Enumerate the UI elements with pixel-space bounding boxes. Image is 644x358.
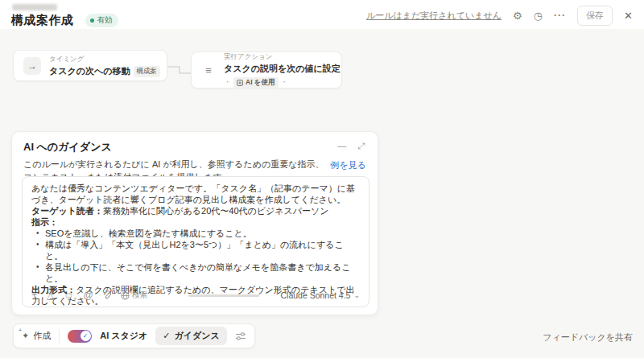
run-status-link[interactable]: ルールはまだ実行されていません xyxy=(366,10,502,22)
web-search-button[interactable]: 検索 xyxy=(121,291,148,300)
trigger-node[interactable]: → タイミング タスクの次への移動構成案 xyxy=(13,50,167,81)
emoji-icon[interactable]: ☺ xyxy=(64,290,73,300)
chevron-down-icon: ⌄ xyxy=(353,291,360,299)
guidance-title: AI へのガイダンス xyxy=(23,140,112,154)
attachment-icon[interactable] xyxy=(103,290,111,300)
square-plus-icon xyxy=(237,80,243,86)
usage-bar xyxy=(188,294,259,297)
prompt-bullet-list: SEOを意識し、検索意図を満たす構成にすること。 構成は「導入」「本文（見出しH… xyxy=(31,228,360,285)
value-dot: ・ xyxy=(224,77,231,88)
status-badge: 有効 xyxy=(85,14,118,27)
web-search-label: 検索 xyxy=(132,291,148,299)
guidance-tab-label: ガイダンス xyxy=(175,330,220,342)
toggle-knob: ✓ xyxy=(80,331,91,341)
check-icon: ✓ xyxy=(163,331,170,341)
prompt-bullet: 構成は「導入」「本文（見出しH2を3〜5つ）」「まとめ」の流れにすること。 xyxy=(36,240,360,262)
header-left: 構成案作成 有効 xyxy=(11,2,118,28)
status-dot-icon xyxy=(90,19,94,23)
prompt-improve-icon[interactable]: △ xyxy=(47,290,54,300)
trigger-node-label: タイミング xyxy=(49,55,160,64)
bottom-toolbar: +✦ 作成 ✓ AI スタジオ ✓ ガイダンス xyxy=(13,323,255,348)
clock-icon[interactable]: ◷ xyxy=(534,10,543,21)
mention-icon[interactable]: @ xyxy=(84,290,93,300)
action-node-title: タスクの説明を次の値に設定 xyxy=(224,63,341,75)
value-dot: ・ xyxy=(281,77,288,88)
create-button[interactable]: +✦ 作成 xyxy=(22,330,51,342)
expand-icon[interactable]: ⤢ xyxy=(357,142,365,150)
trigger-node-title: タスクの次への移動構成案 xyxy=(49,65,160,77)
guidance-tab[interactable]: ✓ ガイダンス xyxy=(155,327,227,345)
action-lines-icon: ≡ xyxy=(201,64,216,76)
prompt-intro: あなたは優秀なコンテンツエディターです。「タスク名」（記事のテーマ）に基づき、タ… xyxy=(31,183,360,206)
ai-use-badge: AI を使用 xyxy=(233,77,279,88)
prompt-editor[interactable]: あなたは優秀なコンテンツエディターです。「タスク名」（記事のテーマ）に基づき、タ… xyxy=(22,176,369,307)
sparkle-icon: +✦ xyxy=(22,331,29,341)
status-badge-label: 有効 xyxy=(97,15,113,26)
trigger-arrow-icon: → xyxy=(23,57,41,75)
globe-icon xyxy=(121,291,130,300)
prompt-text[interactable]: あなたは優秀なコンテンツエディターです。「タスク名」（記事のテーマ）に基づき、タ… xyxy=(31,183,360,307)
action-node[interactable]: ≡ 実行アクション タスクの説明を次の値に設定 ・ AI を使用 ・ xyxy=(191,51,342,88)
breadcrumb xyxy=(12,4,57,10)
sliders-icon[interactable] xyxy=(235,331,246,341)
action-node-label: 実行アクション xyxy=(224,52,341,62)
model-selector-label: Claude Sonnet 4.5 xyxy=(280,290,350,300)
header-actions: ルールはまだ実行されていません ⚙ ◷ ··· 保存 ✕ xyxy=(366,6,633,26)
ai-guidance-card: AI へのガイダンス — ⤢ このルールが実行されるたびに AI が利用し、参照… xyxy=(11,131,378,315)
close-icon[interactable]: ✕ xyxy=(624,10,633,22)
save-button[interactable]: 保存 xyxy=(577,6,613,26)
trigger-node-tag: 構成案 xyxy=(134,66,161,77)
add-icon[interactable]: + xyxy=(31,290,37,300)
create-button-label: 作成 xyxy=(33,330,51,342)
page-title: 構成案作成 xyxy=(11,13,74,28)
header: 構成案作成 有効 ルールはまだ実行されていません ⚙ ◷ ··· 保存 ✕ xyxy=(0,0,644,29)
prompt-bullet: 各見出しの下に、そこで何を書くべきかの簡単なメモを箇条書きで加えること。 xyxy=(36,262,360,285)
ai-use-badge-label: AI を使用 xyxy=(246,78,275,88)
feedback-link[interactable]: フィードバックを共有 xyxy=(543,331,633,344)
model-selector[interactable]: Claude Sonnet 4.5 ⌄ xyxy=(280,290,360,300)
prompt-target: ターゲット読者：業務効率化に関心がある20代〜40代のビジネスパーソン xyxy=(31,206,360,217)
minimize-icon[interactable]: — xyxy=(337,142,346,150)
gear-icon[interactable]: ⚙ xyxy=(513,10,522,21)
divider xyxy=(59,329,60,344)
action-node-value: ・ AI を使用 ・ xyxy=(224,77,341,88)
prompt-instructions-label: 指示： xyxy=(31,217,360,228)
ai-studio-label: AI スタジオ xyxy=(100,330,147,342)
more-options-icon[interactable]: ··· xyxy=(554,10,566,20)
prompt-toolbar: + △ ☺ @ 検索 Claude Sonnet 4.5 ⌄ xyxy=(31,290,360,300)
flow-connector xyxy=(167,64,193,76)
prompt-bullet: SEOを意識し、検索意図を満たす構成にすること。 xyxy=(36,228,360,240)
ai-studio-toggle[interactable]: ✓ xyxy=(68,330,92,343)
